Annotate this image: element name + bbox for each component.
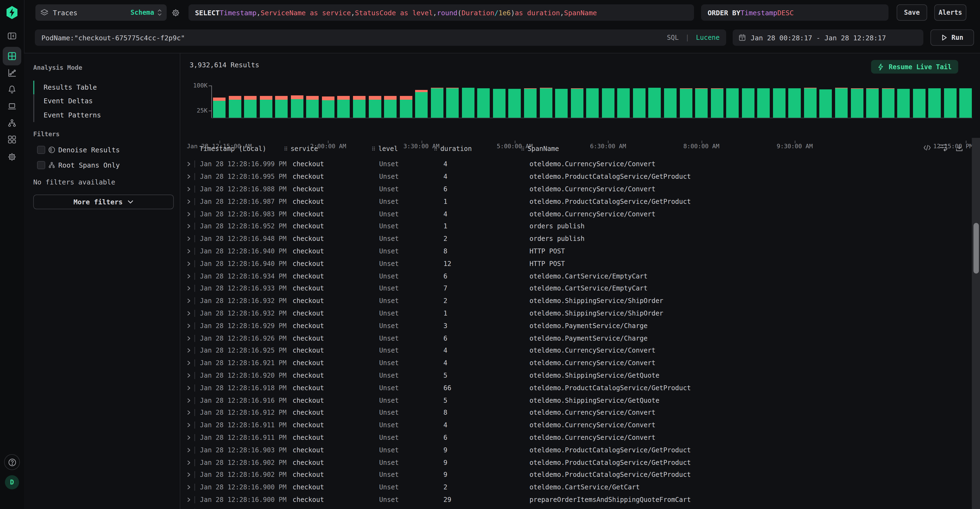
language-toggle[interactable]: SQL | Lucene bbox=[667, 34, 720, 41]
column-header-timestamp[interactable]: Timestamp (Local) bbox=[199, 145, 266, 153]
drag-handle-icon[interactable]: ⠿ bbox=[372, 146, 375, 152]
histogram-bar[interactable] bbox=[291, 96, 304, 118]
expand-row-chevron-icon[interactable] bbox=[186, 447, 191, 453]
table-row[interactable]: Jan 28 12:28:16.987 PMcheckoutUnset1otel… bbox=[180, 195, 980, 208]
expand-row-chevron-icon[interactable] bbox=[186, 236, 191, 242]
histogram-bar[interactable] bbox=[493, 89, 506, 118]
table-row[interactable]: Jan 28 12:28:16.911 PMcheckoutUnset6otel… bbox=[180, 431, 980, 444]
histogram-bar[interactable] bbox=[539, 88, 552, 118]
table-row[interactable]: Jan 28 12:28:16.995 PMcheckoutUnset4otel… bbox=[180, 171, 980, 183]
histogram-bar[interactable] bbox=[773, 88, 786, 118]
search-query-input[interactable]: PodName:"checkout-675775c4cc-f2p9c" SQL … bbox=[35, 29, 726, 46]
table-row[interactable]: Jan 28 12:28:16.940 PMcheckoutUnset8HTTP… bbox=[180, 245, 980, 257]
source-selector[interactable]: Traces Schema bbox=[35, 4, 167, 21]
histogram-bar[interactable] bbox=[649, 88, 661, 118]
histogram-bar[interactable] bbox=[929, 89, 941, 118]
mode-event-deltas[interactable]: Event Deltas bbox=[44, 97, 93, 105]
resume-live-tail-button[interactable]: Resume Live Tail bbox=[871, 60, 958, 73]
mode-event-patterns[interactable]: Event Patterns bbox=[44, 111, 101, 119]
histogram-bar[interactable] bbox=[353, 96, 366, 118]
text-wrap-icon[interactable] bbox=[939, 143, 948, 152]
column-header-duration[interactable]: ⠿duration bbox=[434, 145, 472, 153]
histogram-bar[interactable] bbox=[369, 96, 381, 118]
histogram-bar[interactable] bbox=[617, 88, 630, 118]
user-avatar[interactable]: D bbox=[5, 475, 19, 489]
histogram-bar[interactable] bbox=[509, 89, 521, 118]
expand-row-chevron-icon[interactable] bbox=[186, 410, 191, 416]
expand-row-chevron-icon[interactable] bbox=[186, 460, 191, 465]
table-row[interactable]: Jan 28 12:28:16.952 PMcheckoutUnset1orde… bbox=[180, 220, 980, 233]
expand-row-chevron-icon[interactable] bbox=[186, 422, 191, 428]
table-row[interactable]: Jan 28 12:28:16.916 PMcheckoutUnset5otel… bbox=[180, 394, 980, 407]
table-row[interactable]: Jan 28 12:28:16.999 PMcheckoutUnset4otel… bbox=[180, 158, 980, 171]
nav-dashboards-icon[interactable] bbox=[7, 135, 17, 144]
expand-row-chevron-icon[interactable] bbox=[186, 472, 191, 478]
histogram-bar[interactable] bbox=[477, 88, 490, 118]
table-row[interactable]: Jan 28 12:28:16.900 PMcheckoutUnset2otel… bbox=[180, 481, 980, 494]
table-row[interactable]: Jan 28 12:28:16.902 PMcheckoutUnset9otel… bbox=[180, 456, 980, 469]
table-row[interactable]: Jan 28 12:28:16.940 PMcheckoutUnset12HTT… bbox=[180, 257, 980, 270]
histogram-bar[interactable] bbox=[306, 96, 319, 118]
expand-row-chevron-icon[interactable] bbox=[186, 199, 191, 205]
histogram-bar[interactable] bbox=[851, 88, 863, 118]
table-row[interactable]: Jan 28 12:28:16.921 PMcheckoutUnset4otel… bbox=[180, 357, 980, 370]
denoise-results-checkbox[interactable] bbox=[37, 146, 45, 154]
table-row[interactable]: Jan 28 12:28:16.933 PMcheckoutUnset7otel… bbox=[180, 282, 980, 295]
histogram-bar[interactable] bbox=[664, 88, 676, 118]
expand-row-chevron-icon[interactable] bbox=[186, 397, 191, 403]
expand-row-chevron-icon[interactable] bbox=[186, 223, 191, 230]
table-row[interactable]: Jan 28 12:28:16.988 PMcheckoutUnset6otel… bbox=[180, 183, 980, 195]
column-header-level[interactable]: ⠿level bbox=[372, 145, 398, 153]
select-clause-input[interactable]: SELECT Timestamp, ServiceName as service… bbox=[188, 4, 694, 21]
expand-row-chevron-icon[interactable] bbox=[186, 435, 191, 440]
run-button[interactable]: Run bbox=[931, 29, 974, 46]
nav-services-icon[interactable] bbox=[7, 118, 17, 128]
histogram-bar[interactable] bbox=[337, 96, 350, 118]
histogram-bar[interactable] bbox=[819, 89, 832, 118]
expand-row-chevron-icon[interactable] bbox=[186, 273, 191, 279]
expand-row-chevron-icon[interactable] bbox=[186, 385, 191, 391]
histogram-bar[interactable] bbox=[399, 96, 412, 118]
drag-handle-icon[interactable]: ⠿ bbox=[284, 146, 288, 152]
histogram-bar[interactable] bbox=[213, 97, 226, 118]
column-header-spanname[interactable]: ⠿SpanName bbox=[521, 145, 559, 153]
collapse-sidebar-icon[interactable] bbox=[7, 31, 17, 41]
root-spans-checkbox[interactable] bbox=[37, 161, 45, 169]
histogram-bar[interactable] bbox=[726, 88, 739, 118]
expand-row-chevron-icon[interactable] bbox=[186, 323, 191, 329]
histogram-bar[interactable] bbox=[555, 89, 568, 118]
histogram-bar[interactable] bbox=[882, 89, 894, 118]
histogram-bar[interactable] bbox=[804, 88, 816, 118]
drag-handle-icon[interactable]: ⠿ bbox=[521, 146, 525, 152]
nav-search-results-icon[interactable] bbox=[7, 51, 17, 61]
expand-row-chevron-icon[interactable] bbox=[186, 186, 191, 192]
histogram-bar[interactable] bbox=[913, 89, 926, 118]
histogram-bar[interactable] bbox=[571, 88, 583, 118]
histogram-bar[interactable] bbox=[322, 96, 334, 118]
histogram-bar[interactable] bbox=[679, 89, 692, 118]
order-by-input[interactable]: ORDER BY Timestamp DESC bbox=[701, 4, 888, 21]
table-row[interactable]: Jan 28 12:28:16.912 PMcheckoutUnset8otel… bbox=[180, 407, 980, 419]
expand-row-chevron-icon[interactable] bbox=[186, 310, 191, 316]
histogram-bar[interactable] bbox=[633, 88, 646, 118]
table-row[interactable]: Jan 28 12:28:16.920 PMcheckoutUnset5otel… bbox=[180, 369, 980, 382]
histogram-bar[interactable] bbox=[586, 88, 599, 118]
table-row[interactable]: Jan 28 12:28:16.902 PMcheckoutUnset9otel… bbox=[180, 469, 980, 481]
nav-alerts-bell-icon[interactable] bbox=[7, 85, 17, 94]
histogram-bar[interactable] bbox=[229, 96, 241, 118]
language-lucene-option[interactable]: Lucene bbox=[696, 34, 720, 41]
mode-results-table[interactable]: Results Table bbox=[44, 83, 97, 91]
expand-row-chevron-icon[interactable] bbox=[186, 161, 191, 167]
histogram-bar[interactable] bbox=[711, 89, 723, 118]
histogram-bar[interactable] bbox=[384, 96, 396, 118]
table-row[interactable]: Jan 28 12:28:16.918 PMcheckoutUnset66ote… bbox=[180, 382, 980, 394]
histogram-bar[interactable] bbox=[602, 88, 614, 118]
more-filters-button[interactable]: More filters bbox=[33, 195, 174, 209]
table-row[interactable]: Jan 28 12:28:16.934 PMcheckoutUnset6otel… bbox=[180, 270, 980, 282]
table-row[interactable]: Jan 28 12:28:16.932 PMcheckoutUnset2otel… bbox=[180, 295, 980, 307]
drag-handle-icon[interactable]: ⠿ bbox=[434, 146, 438, 152]
root-spans-label[interactable]: Root Spans Only bbox=[58, 161, 120, 169]
schema-toggle[interactable]: Schema bbox=[130, 9, 154, 16]
histogram-bar[interactable] bbox=[431, 88, 443, 118]
table-row[interactable]: Jan 28 12:28:16.903 PMcheckoutUnset9otel… bbox=[180, 444, 980, 456]
